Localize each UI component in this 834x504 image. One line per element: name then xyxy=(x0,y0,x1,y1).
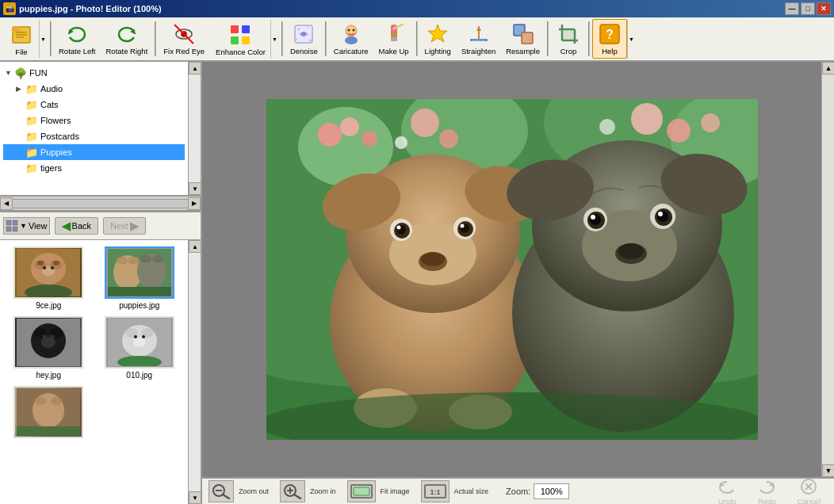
zoom-input[interactable] xyxy=(534,483,569,499)
svg-rect-13 xyxy=(242,25,250,33)
title-bar: 📷 puppies.jpg - Photo! Editor (100%) — □… xyxy=(0,0,834,17)
thumb-scroll-down[interactable]: ▼ xyxy=(189,491,201,504)
thumbnail-puppies[interactable]: puppies.jpg xyxy=(98,246,182,310)
cancel-label: Cancel xyxy=(797,497,821,504)
fit-image-button[interactable] xyxy=(347,480,376,502)
enhance-color-arrow[interactable]: ▼ xyxy=(270,20,278,58)
svg-point-91 xyxy=(318,123,342,147)
file-button[interactable]: File xyxy=(4,20,39,59)
maximize-button[interactable]: □ xyxy=(801,2,815,15)
app-icon: 📷 xyxy=(3,2,16,15)
help-arrow[interactable]: ▼ xyxy=(627,19,635,59)
minimize-button[interactable]: — xyxy=(785,2,799,15)
image-area: ▲ ▼ Zoom out xyxy=(202,62,834,504)
tree-item-flowers[interactable]: 📁 Flowers xyxy=(3,113,185,128)
separator-6 xyxy=(547,21,549,56)
svg-text:?: ? xyxy=(606,28,614,41)
tree-item-puppies[interactable]: 📁 Puppies xyxy=(3,144,185,160)
denoise-button[interactable]: Denoise xyxy=(285,19,323,59)
straighten-label: Straighten xyxy=(461,47,495,55)
zoom-in-button[interactable] xyxy=(280,480,305,502)
tree-item-cats[interactable]: 📁 Cats xyxy=(3,97,185,113)
svg-point-25 xyxy=(345,36,358,44)
tree-scroll-up[interactable]: ▲ xyxy=(189,62,201,74)
make-up-button[interactable]: Make Up xyxy=(374,19,414,59)
view-label: View xyxy=(29,221,48,231)
back-label: Back xyxy=(72,221,91,231)
file-label: File xyxy=(15,48,27,56)
view-button[interactable]: ▼ View xyxy=(3,217,50,235)
svg-point-79 xyxy=(142,335,145,338)
svg-point-133 xyxy=(591,215,595,220)
zoom-label: Zoom: xyxy=(506,487,530,496)
tree-item-tigers[interactable]: 📁 tigers xyxy=(3,160,185,176)
svg-point-18 xyxy=(308,27,309,29)
denoise-icon xyxy=(291,22,316,45)
main-image xyxy=(266,99,758,440)
straighten-icon xyxy=(466,22,492,45)
title-bar-left: 📷 puppies.jpg - Photo! Editor (100%) xyxy=(3,2,162,15)
thumbnail-010[interactable]: 010.jpg xyxy=(98,316,182,380)
image-scroll-up[interactable]: ▲ xyxy=(822,62,834,74)
tree-item-audio[interactable]: ▶ 📁 Audio xyxy=(3,81,185,97)
fix-red-eye-icon xyxy=(171,22,197,45)
tree-scroll-down[interactable]: ▼ xyxy=(189,182,201,195)
separator-1 xyxy=(50,21,52,56)
rotate-left-label: Rotate Left xyxy=(59,47,95,55)
h-scroll-left[interactable]: ◀ xyxy=(0,197,13,210)
fix-red-eye-button[interactable]: Fix Red Eye xyxy=(159,19,209,59)
actual-size-button[interactable]: 1:1 xyxy=(421,480,450,502)
flowers-expand-icon xyxy=(16,116,25,124)
tree-item-postcards[interactable]: 📁 Postcards xyxy=(3,128,185,144)
rotate-right-button[interactable]: Rotate Right xyxy=(101,19,152,59)
next-button[interactable]: Next ▶ xyxy=(103,217,146,235)
tree-item-fun[interactable]: ▼ 🌳 FUN xyxy=(3,65,185,81)
svg-point-63 xyxy=(140,255,151,263)
thumbnail-extra[interactable] xyxy=(6,386,91,441)
svg-point-93 xyxy=(362,131,377,147)
crop-button[interactable]: Crop xyxy=(551,19,586,59)
resample-button[interactable]: Resample xyxy=(501,19,545,59)
straighten-button[interactable]: Straighten xyxy=(457,19,500,59)
file-button-group: File ▼ xyxy=(3,19,48,59)
zoom-out-button[interactable] xyxy=(208,480,234,502)
svg-point-84 xyxy=(51,397,62,405)
thumbnail-vscrollbar: ▲ ▼ xyxy=(188,240,201,504)
thumb-scroll-up[interactable]: ▲ xyxy=(189,240,201,253)
undo-button[interactable]: Undo xyxy=(710,475,744,504)
image-scroll-track xyxy=(822,74,834,464)
postcards-folder-icon: 📁 xyxy=(25,130,38,143)
flowers-folder-icon: 📁 xyxy=(25,114,38,127)
lighting-button[interactable]: Lighting xyxy=(420,19,456,59)
caricature-button[interactable]: Caricature xyxy=(329,19,373,59)
svg-rect-3 xyxy=(16,34,27,36)
cancel-button[interactable]: Cancel xyxy=(790,475,828,504)
svg-point-20 xyxy=(309,39,312,41)
h-scroll-right[interactable]: ▶ xyxy=(188,197,201,210)
close-button[interactable]: ✕ xyxy=(817,2,831,15)
svg-point-19 xyxy=(296,38,297,40)
enhance-color-button[interactable]: Enhance Color xyxy=(211,20,270,59)
svg-point-61 xyxy=(117,257,128,265)
thumbnail-hey-preview xyxy=(17,319,80,366)
file-arrow[interactable]: ▼ xyxy=(39,20,47,58)
actual-size-icon: 1:1 xyxy=(423,483,447,499)
thumbnail-010-preview xyxy=(108,319,171,366)
thumbnail-9ce[interactable]: 9ce.jpg xyxy=(6,246,91,310)
caricature-label: Caricature xyxy=(334,47,369,55)
image-container xyxy=(202,62,821,477)
help-icon: ? xyxy=(597,22,622,45)
back-button[interactable]: ◀ Back xyxy=(55,217,98,235)
audio-label: Audio xyxy=(40,84,63,94)
help-button[interactable]: ? Help xyxy=(592,19,627,59)
separator-2 xyxy=(155,21,156,56)
denoise-label: Denoise xyxy=(290,47,318,55)
thumbnail-hey[interactable]: hey.jpg xyxy=(6,316,91,380)
separator-3 xyxy=(281,21,283,56)
separator-4 xyxy=(325,21,327,56)
rotate-left-button[interactable]: Rotate Left xyxy=(54,19,100,59)
next-label: Next xyxy=(110,221,128,231)
redo-button[interactable]: Redo xyxy=(750,475,783,504)
zoom-in-icon xyxy=(283,483,302,499)
fun-expand-icon: ▼ xyxy=(5,69,14,77)
